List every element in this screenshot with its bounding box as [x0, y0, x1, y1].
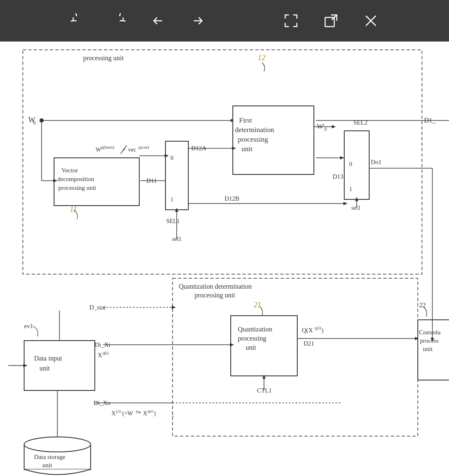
- back-button[interactable]: [148, 11, 168, 31]
- vec0-coe-super: (coe): [141, 145, 149, 150]
- quant-proc-text2: processing: [238, 335, 266, 342]
- sel1-box: [165, 141, 188, 210]
- data-storage-text1: Data storage: [34, 454, 66, 460]
- sel1-1-label: 1: [170, 196, 173, 203]
- sel1-right-label: sel1: [351, 205, 361, 211]
- x1-formula-label: X: [111, 410, 116, 417]
- x1-times: *: [138, 410, 141, 417]
- quant-proc-text3: unit: [246, 344, 256, 351]
- sel2-1-label: 1: [349, 186, 352, 192]
- q-paren: ): [321, 327, 323, 334]
- data-storage-text2: unit: [42, 462, 52, 469]
- d21-label: D21: [303, 340, 314, 347]
- first-det-text2: determination: [235, 126, 274, 134]
- d13-label: D13: [333, 173, 343, 180]
- forward-button[interactable]: [188, 11, 208, 31]
- toolbar: [0, 0, 449, 42]
- q-x0-label: Q(X: [302, 327, 313, 334]
- label-11: 11: [70, 205, 77, 213]
- quant-det-label1: Quantization determination: [179, 283, 252, 290]
- close-button[interactable]: [361, 11, 381, 31]
- x0-i-super: (i): [105, 351, 109, 356]
- x1-x0: X: [143, 410, 147, 417]
- ev1-curve: [33, 326, 38, 336]
- processing-unit-label: processing unit: [83, 54, 124, 62]
- q-x0-super: (i): [317, 326, 321, 331]
- sel2-label: SEL2: [353, 119, 368, 126]
- d13-arrow: [340, 156, 344, 159]
- data-input-text1: Data input: [34, 355, 62, 362]
- quant-proc-box: [231, 316, 297, 376]
- circuit-diagram: processing unit 12 W 0 D1_ First determi…: [0, 42, 449, 476]
- x1-eq: (=W: [122, 410, 133, 417]
- vector-text1: Vector: [62, 167, 78, 174]
- fullscreen-button[interactable]: [281, 11, 301, 31]
- d12b-label: D12B: [224, 195, 239, 202]
- sel2-0-label: 0: [349, 161, 352, 167]
- sel1-0-label: 0: [170, 155, 173, 161]
- label-21: 21: [254, 301, 261, 309]
- vector-text3: processing unit: [58, 184, 96, 191]
- sel1-left-label: SEL1: [166, 218, 180, 224]
- ev1-label: ev1: [24, 323, 33, 329]
- quant-det-label2: processing unit: [195, 292, 235, 299]
- sel2-box: [344, 131, 369, 199]
- x0-i-label: X: [98, 352, 102, 358]
- label-22-curve: [424, 307, 427, 317]
- w0-basis-label: W: [96, 147, 101, 153]
- d12b-arrowhead: [343, 202, 348, 205]
- data-input-box: [24, 341, 95, 390]
- ctl1-label: CTL1: [257, 387, 272, 394]
- first-det-text1: First: [239, 116, 252, 124]
- do1-label: Do1: [371, 159, 382, 165]
- first-det-text3: processing: [238, 135, 268, 143]
- rotate-ccw-button[interactable]: [68, 11, 88, 31]
- data-storage-top: [24, 437, 91, 452]
- w-prime-arrow: [332, 125, 336, 128]
- vector-text2: decomposition: [57, 176, 94, 182]
- label-12: 12: [258, 54, 265, 62]
- convolu-text1: Convolu: [419, 329, 441, 336]
- x1-close: ): [154, 410, 156, 417]
- w0-subscript: 0: [33, 120, 36, 126]
- external-link-button[interactable]: [321, 11, 341, 31]
- x1-x0-super: (i): [150, 409, 153, 413]
- vec0-label: vec: [128, 147, 136, 153]
- x1-super: (i): [118, 409, 121, 413]
- data-input-text2: unit: [39, 365, 50, 372]
- rotate-cw-button[interactable]: [108, 11, 128, 31]
- first-det-text4: unit: [242, 145, 253, 153]
- label-22: 22: [419, 302, 426, 309]
- w-prime-0-sub: 0: [324, 126, 327, 132]
- d-stat-arrowhead: [172, 306, 176, 309]
- w0-basis-super: (basis): [103, 145, 114, 150]
- convolu-text2: process: [420, 337, 439, 344]
- quant-proc-text1: Quantization: [238, 326, 272, 333]
- diagram-content: processing unit 12 W 0 D1_ First determi…: [0, 42, 449, 476]
- data-storage-bottom: [24, 469, 91, 475]
- convolu-text3: unit: [423, 346, 433, 352]
